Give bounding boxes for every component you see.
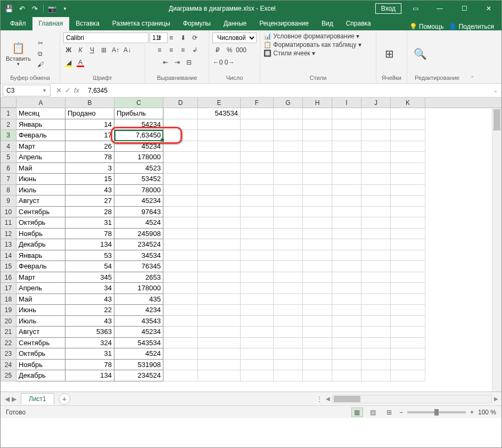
cell[interactable]: [241, 239, 274, 250]
tab-page-layout[interactable]: Разметка страницы: [106, 17, 177, 30]
cell[interactable]: Сентябрь: [17, 338, 65, 349]
format-painter-button[interactable]: 🖌: [35, 60, 46, 69]
align-center-button[interactable]: ≡: [166, 45, 177, 55]
col-header-h[interactable]: H: [303, 97, 332, 108]
sheet-nav-next-icon[interactable]: ▶: [12, 395, 17, 403]
cell[interactable]: [332, 338, 361, 349]
cell[interactable]: [274, 152, 303, 163]
row-header[interactable]: 17: [1, 283, 17, 294]
cell[interactable]: [332, 370, 361, 381]
cell[interactable]: Декабрь: [17, 370, 65, 381]
cell[interactable]: Январь: [17, 119, 65, 131]
tellme-search[interactable]: 💡 Помощь: [409, 23, 444, 30]
cell[interactable]: [361, 141, 391, 152]
cell[interactable]: [303, 316, 332, 327]
cell[interactable]: [303, 207, 332, 218]
cell[interactable]: [361, 108, 391, 119]
cell[interactable]: [361, 348, 391, 360]
row-header[interactable]: 15: [1, 261, 17, 272]
cell[interactable]: 54234: [114, 119, 163, 131]
cell[interactable]: [361, 239, 391, 250]
font-decrease-button[interactable]: A↓: [122, 45, 133, 55]
cell[interactable]: 76345: [114, 261, 163, 272]
minimize-button[interactable]: —: [429, 1, 450, 17]
row-header[interactable]: 22: [1, 338, 17, 349]
cell[interactable]: [303, 163, 332, 174]
cell[interactable]: [198, 196, 241, 207]
cell[interactable]: [332, 141, 361, 152]
cell[interactable]: Февраль: [17, 130, 65, 141]
cell[interactable]: [198, 360, 241, 371]
row-header[interactable]: 23: [1, 348, 17, 360]
cell[interactable]: Август: [17, 327, 65, 338]
cell[interactable]: [391, 305, 425, 316]
cell[interactable]: [361, 207, 391, 218]
tab-formulas[interactable]: Формулы: [177, 17, 217, 30]
cell[interactable]: [303, 119, 332, 131]
view-normal-button[interactable]: ▦: [351, 408, 363, 417]
cell[interactable]: [163, 152, 198, 163]
cell[interactable]: [198, 250, 241, 262]
cell[interactable]: Декабрь: [17, 239, 65, 250]
editing-button[interactable]: 🔍: [410, 45, 430, 62]
cell[interactable]: [163, 196, 198, 207]
cell[interactable]: [163, 130, 198, 141]
cell[interactable]: [163, 239, 198, 250]
cell[interactable]: [241, 370, 274, 381]
cell[interactable]: 43: [65, 185, 114, 196]
cell[interactable]: 178000: [114, 283, 163, 294]
format-as-table-button[interactable]: 📋 Форматировать как таблицу ▾: [264, 41, 361, 48]
cell[interactable]: [391, 141, 425, 152]
cell[interactable]: [274, 207, 303, 218]
cell[interactable]: [274, 229, 303, 240]
cell[interactable]: [241, 141, 274, 152]
cell[interactable]: [198, 152, 241, 163]
cell[interactable]: Май: [17, 163, 65, 174]
cell[interactable]: [163, 348, 198, 360]
cell[interactable]: Март: [17, 272, 65, 283]
cell[interactable]: [163, 261, 198, 272]
cell[interactable]: [274, 174, 303, 185]
currency-button[interactable]: ₽: [212, 45, 223, 55]
cell[interactable]: 14: [65, 119, 114, 131]
cell[interactable]: [198, 141, 241, 152]
col-header-k[interactable]: K: [391, 97, 425, 108]
cell[interactable]: 7,63450: [114, 130, 163, 141]
cell[interactable]: Апрель: [17, 152, 65, 163]
cell[interactable]: [332, 163, 361, 174]
cell[interactable]: Март: [17, 141, 65, 152]
cell[interactable]: [198, 163, 241, 174]
cell[interactable]: Февраль: [17, 261, 65, 272]
row-header[interactable]: 21: [1, 327, 17, 338]
cell[interactable]: [163, 370, 198, 381]
row-header[interactable]: 3: [1, 130, 17, 141]
collapse-ribbon-icon[interactable]: ⌃: [467, 30, 478, 83]
col-header-b[interactable]: B: [65, 97, 114, 108]
tab-review[interactable]: Рецензирование: [253, 17, 315, 30]
cell[interactable]: [391, 338, 425, 349]
cell[interactable]: [361, 163, 391, 174]
cell[interactable]: 4524: [114, 348, 163, 360]
cell[interactable]: [361, 283, 391, 294]
cell[interactable]: 435: [114, 294, 163, 305]
cell[interactable]: [391, 348, 425, 360]
cell[interactable]: [332, 348, 361, 360]
row-header[interactable]: 12: [1, 229, 17, 240]
cell[interactable]: 3: [65, 163, 114, 174]
vertical-scrollbar[interactable]: [492, 108, 501, 392]
align-top-button[interactable]: ⬆: [154, 32, 165, 43]
cell[interactable]: [241, 217, 274, 229]
row-header[interactable]: 20: [1, 316, 17, 327]
share-button[interactable]: 👤 Поделиться: [449, 23, 494, 30]
cell[interactable]: [361, 272, 391, 283]
cell[interactable]: [274, 316, 303, 327]
cell[interactable]: 4234: [114, 305, 163, 316]
align-left-button[interactable]: ≡: [154, 45, 165, 55]
tab-data[interactable]: Данные: [217, 17, 253, 30]
font-color-button[interactable]: A: [75, 57, 86, 68]
cell[interactable]: [391, 229, 425, 240]
row-header[interactable]: 9: [1, 196, 17, 207]
formula-input[interactable]: [85, 87, 490, 94]
cell[interactable]: 245908: [114, 229, 163, 240]
ribbon-options-icon[interactable]: ▭: [405, 1, 426, 17]
